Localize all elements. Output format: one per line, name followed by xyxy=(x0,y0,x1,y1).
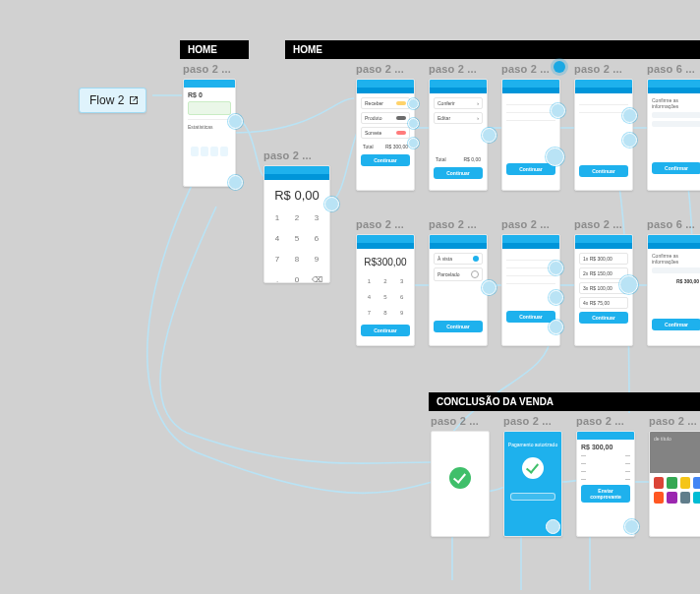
app-keep-icon[interactable] xyxy=(680,477,690,489)
hotspot-icon[interactable] xyxy=(546,519,560,534)
confirm-button[interactable]: Confirmar xyxy=(652,319,700,330)
hotspot-icon[interactable] xyxy=(619,275,638,294)
screen-resumo-venda[interactable]: Confirme as informações Confirmar xyxy=(647,79,700,191)
screen-valor-venda-filled[interactable]: R$300,00 123 456 789 Continuar xyxy=(356,234,415,346)
app-gmail-icon[interactable] xyxy=(654,477,664,489)
keypad-key[interactable]: 4 xyxy=(270,231,284,246)
option-row[interactable] xyxy=(579,107,628,113)
hotspot-icon[interactable] xyxy=(549,320,563,334)
option-row[interactable] xyxy=(506,107,555,113)
list-item[interactable]: Sorvete xyxy=(361,127,410,139)
keypad-key[interactable]: , xyxy=(270,272,284,283)
quick-action-icon[interactable] xyxy=(201,147,208,156)
continue-button[interactable]: Continuar xyxy=(506,311,555,323)
continue-button[interactable]: Continuar xyxy=(361,325,410,336)
screen-forma-venda-list[interactable]: Receber Produto Sorvete TotalR$ 300,00 C… xyxy=(356,79,415,191)
hotspot-icon[interactable] xyxy=(324,197,339,211)
keypad-key[interactable]: 6 xyxy=(395,291,408,303)
screen-valor-venda[interactable]: R$ 0,00 1 2 3 4 5 6 7 8 9 , 0 ⌫ xyxy=(263,165,330,283)
screen-pagamento-tipo[interactable]: À vista Parcelado Continuar xyxy=(429,234,488,346)
list-item[interactable]: Conferir› xyxy=(434,97,483,109)
app-icon[interactable] xyxy=(667,492,676,504)
keypad-key[interactable]: 2 xyxy=(379,275,392,287)
keypad-key[interactable]: 0 xyxy=(290,272,304,283)
keypad-key[interactable]: 8 xyxy=(379,307,392,319)
keypad-key[interactable]: 7 xyxy=(270,252,284,267)
option-row[interactable] xyxy=(506,255,555,261)
quick-action-icon[interactable] xyxy=(191,147,199,156)
quick-action-icon[interactable] xyxy=(210,147,218,156)
option-row[interactable] xyxy=(506,278,555,284)
hotspot-icon[interactable] xyxy=(482,280,496,295)
hotspot-icon[interactable] xyxy=(228,114,243,129)
keypad-key[interactable]: 3 xyxy=(310,210,323,225)
option-row[interactable] xyxy=(506,115,555,121)
hotspot-icon[interactable] xyxy=(549,290,563,305)
hotspot-icon[interactable] xyxy=(551,103,565,118)
frame-label: paso 2 ... xyxy=(429,218,477,230)
hotspot-icon[interactable] xyxy=(624,519,639,534)
keypad-key[interactable]: 4 xyxy=(363,291,376,303)
continue-button[interactable]: Continuar xyxy=(434,167,483,179)
option-parcelado[interactable]: Parcelado xyxy=(434,267,483,281)
keypad-key[interactable]: 7 xyxy=(363,307,376,319)
confirm-button[interactable]: Confirmar xyxy=(652,162,700,174)
continue-button[interactable]: Continuar xyxy=(579,312,628,324)
screen-forma-pagamento[interactable]: Continuar xyxy=(501,79,560,191)
continue-button[interactable]: Continuar xyxy=(506,163,555,175)
screen-forma-venda-edit[interactable]: Conferir› Editar› TotalR$ 0,00 Continuar xyxy=(429,79,488,191)
quick-action-icon[interactable] xyxy=(220,147,228,156)
radio-checked-icon xyxy=(473,256,479,262)
keypad-key[interactable]: 5 xyxy=(379,291,392,303)
keypad-key[interactable]: 9 xyxy=(310,252,323,267)
hotspot-icon[interactable] xyxy=(482,128,496,143)
option-avista[interactable]: À vista xyxy=(434,253,483,265)
notice-banner xyxy=(188,101,231,115)
keypad-key[interactable]: 2 xyxy=(290,210,304,225)
list-item[interactable]: Receber xyxy=(361,97,410,109)
option-row[interactable] xyxy=(506,99,555,105)
app-icon[interactable] xyxy=(693,492,700,504)
parcela-row[interactable]: 4x R$ 75,00 xyxy=(579,297,628,309)
parcela-row[interactable]: 1x R$ 300,00 xyxy=(579,253,628,265)
frame-label: paso 2 ... xyxy=(576,415,624,427)
list-item[interactable]: Editar› xyxy=(434,112,483,124)
send-receipt-button[interactable]: Enviar comprovante xyxy=(581,485,630,503)
screen-success-a[interactable] xyxy=(431,431,490,537)
numeric-keypad[interactable]: 123 456 789 xyxy=(357,271,414,325)
continue-button[interactable]: Continuar xyxy=(579,165,628,177)
hotspot-icon[interactable] xyxy=(549,261,563,275)
screen-share-sheet[interactable]: de título xyxy=(649,431,700,537)
app-icon[interactable] xyxy=(654,492,664,504)
hotspot-icon[interactable] xyxy=(408,98,419,109)
sheet-title: de título xyxy=(654,436,700,442)
hotspot-icon[interactable] xyxy=(546,148,564,166)
option-row[interactable] xyxy=(579,99,628,105)
keypad-key[interactable]: 8 xyxy=(290,252,304,267)
continue-button[interactable]: Continuar xyxy=(434,321,483,332)
keypad-key[interactable]: 9 xyxy=(395,307,408,319)
hotspot-icon[interactable] xyxy=(408,138,419,148)
keypad-key[interactable]: ⌫ xyxy=(310,272,323,283)
hotspot-icon[interactable] xyxy=(622,133,637,148)
app-icon[interactable] xyxy=(680,492,690,504)
hotspot-icon[interactable] xyxy=(408,118,419,129)
flow-badge[interactable]: Flow 2 xyxy=(79,88,146,113)
app-drive-icon[interactable] xyxy=(667,477,676,489)
keypad-key[interactable]: 6 xyxy=(310,231,323,246)
screen-resumo-venda-b[interactable]: Confirme as informações R$ 300,00 Confir… xyxy=(647,234,700,346)
keypad-key[interactable]: 1 xyxy=(363,275,376,287)
frame-label: paso 2 ... xyxy=(503,415,552,427)
keypad-key[interactable]: 3 xyxy=(395,275,408,287)
keypad-key[interactable]: 1 xyxy=(270,210,284,225)
list-item[interactable]: Produto xyxy=(361,112,410,124)
keypad-key[interactable]: 5 xyxy=(290,231,304,246)
screen-home-dashboard[interactable]: R$ 0 Estatísticas xyxy=(183,79,236,187)
hotspot-icon[interactable] xyxy=(228,175,243,190)
secondary-button[interactable] xyxy=(510,493,555,501)
continue-button[interactable]: Continuar xyxy=(361,154,410,166)
hotspot-icon[interactable] xyxy=(622,108,637,123)
app-chrome-icon[interactable] xyxy=(693,477,700,489)
option-row[interactable] xyxy=(506,270,555,276)
numeric-keypad[interactable]: 1 2 3 4 5 6 7 8 9 , 0 ⌫ xyxy=(264,207,329,283)
